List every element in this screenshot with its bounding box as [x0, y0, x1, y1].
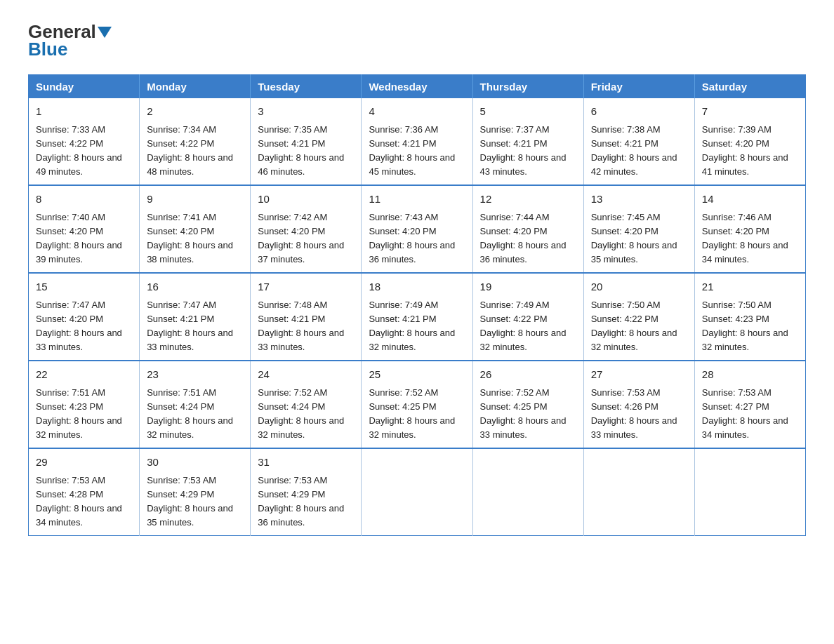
day-info: Sunrise: 7:46 AMSunset: 4:20 PMDaylight:… [702, 210, 798, 267]
calendar-week-row: 29Sunrise: 7:53 AMSunset: 4:28 PMDayligh… [29, 448, 806, 536]
day-info: Sunrise: 7:38 AMSunset: 4:21 PMDaylight:… [591, 123, 687, 180]
day-info: Sunrise: 7:45 AMSunset: 4:20 PMDaylight:… [591, 210, 687, 267]
day-info: Sunrise: 7:41 AMSunset: 4:20 PMDaylight:… [147, 210, 243, 267]
day-number: 13 [591, 192, 687, 208]
calendar-cell: 22Sunrise: 7:51 AMSunset: 4:23 PMDayligh… [29, 361, 140, 448]
calendar-cell: 2Sunrise: 7:34 AMSunset: 4:22 PMDaylight… [140, 98, 251, 185]
calendar-table: SundayMondayTuesdayWednesdayThursdayFrid… [28, 74, 806, 536]
calendar-cell: 3Sunrise: 7:35 AMSunset: 4:21 PMDaylight… [251, 98, 362, 185]
day-number: 15 [36, 279, 132, 295]
day-number: 12 [480, 192, 576, 208]
weekday-header-tuesday: Tuesday [251, 75, 362, 99]
day-info: Sunrise: 7:53 AMSunset: 4:26 PMDaylight:… [591, 386, 687, 443]
calendar-header-row: SundayMondayTuesdayWednesdayThursdayFrid… [29, 75, 806, 99]
day-number: 5 [480, 104, 576, 120]
calendar-cell: 4Sunrise: 7:36 AMSunset: 4:21 PMDaylight… [362, 98, 472, 185]
day-number: 22 [36, 367, 132, 383]
day-info: Sunrise: 7:33 AMSunset: 4:22 PMDaylight:… [36, 123, 132, 180]
calendar-cell: 27Sunrise: 7:53 AMSunset: 4:26 PMDayligh… [583, 361, 694, 448]
calendar-cell: 31Sunrise: 7:53 AMSunset: 4:29 PMDayligh… [251, 448, 362, 536]
calendar-cell: 1Sunrise: 7:33 AMSunset: 4:22 PMDaylight… [29, 98, 140, 185]
calendar-cell: 10Sunrise: 7:42 AMSunset: 4:20 PMDayligh… [251, 185, 362, 273]
day-number: 30 [147, 455, 243, 471]
calendar-cell: 16Sunrise: 7:47 AMSunset: 4:21 PMDayligh… [140, 273, 251, 361]
calendar-cell: 12Sunrise: 7:44 AMSunset: 4:20 PMDayligh… [472, 185, 583, 273]
day-info: Sunrise: 7:44 AMSunset: 4:20 PMDaylight:… [480, 210, 576, 267]
calendar-cell: 24Sunrise: 7:52 AMSunset: 4:24 PMDayligh… [251, 361, 362, 448]
calendar-week-row: 15Sunrise: 7:47 AMSunset: 4:20 PMDayligh… [29, 273, 806, 361]
calendar-cell: 21Sunrise: 7:50 AMSunset: 4:23 PMDayligh… [694, 273, 805, 361]
day-info: Sunrise: 7:42 AMSunset: 4:20 PMDaylight:… [258, 210, 354, 267]
calendar-week-row: 1Sunrise: 7:33 AMSunset: 4:22 PMDaylight… [29, 98, 806, 185]
calendar-cell: 30Sunrise: 7:53 AMSunset: 4:29 PMDayligh… [140, 448, 251, 536]
day-number: 8 [36, 192, 132, 208]
weekday-header-sunday: Sunday [29, 75, 140, 99]
day-info: Sunrise: 7:52 AMSunset: 4:25 PMDaylight:… [369, 386, 465, 443]
day-number: 2 [147, 104, 243, 120]
weekday-header-wednesday: Wednesday [362, 75, 472, 99]
calendar-cell: 7Sunrise: 7:39 AMSunset: 4:20 PMDaylight… [694, 98, 805, 185]
day-info: Sunrise: 7:52 AMSunset: 4:25 PMDaylight:… [480, 386, 576, 443]
day-number: 26 [480, 367, 576, 383]
calendar-cell: 8Sunrise: 7:40 AMSunset: 4:20 PMDaylight… [29, 185, 140, 273]
day-number: 17 [258, 279, 354, 295]
calendar-cell: 11Sunrise: 7:43 AMSunset: 4:20 PMDayligh… [362, 185, 472, 273]
day-info: Sunrise: 7:36 AMSunset: 4:21 PMDaylight:… [369, 123, 465, 180]
day-number: 14 [702, 192, 798, 208]
day-number: 7 [702, 104, 798, 120]
day-info: Sunrise: 7:50 AMSunset: 4:23 PMDaylight:… [702, 298, 798, 355]
day-number: 29 [36, 455, 132, 471]
day-number: 31 [258, 455, 354, 471]
calendar-cell: 19Sunrise: 7:49 AMSunset: 4:22 PMDayligh… [472, 273, 583, 361]
day-number: 3 [258, 104, 354, 120]
day-number: 21 [702, 279, 798, 295]
day-info: Sunrise: 7:37 AMSunset: 4:21 PMDaylight:… [480, 123, 576, 180]
calendar-cell: 5Sunrise: 7:37 AMSunset: 4:21 PMDaylight… [472, 98, 583, 185]
weekday-header-friday: Friday [583, 75, 694, 99]
day-number: 25 [369, 367, 465, 383]
day-number: 20 [591, 279, 687, 295]
calendar-cell: 23Sunrise: 7:51 AMSunset: 4:24 PMDayligh… [140, 361, 251, 448]
calendar-cell [583, 448, 694, 536]
day-number: 16 [147, 279, 243, 295]
day-info: Sunrise: 7:48 AMSunset: 4:21 PMDaylight:… [258, 298, 354, 355]
calendar-cell: 6Sunrise: 7:38 AMSunset: 4:21 PMDaylight… [583, 98, 694, 185]
calendar-cell: 20Sunrise: 7:50 AMSunset: 4:22 PMDayligh… [583, 273, 694, 361]
day-number: 24 [258, 367, 354, 383]
day-number: 9 [147, 192, 243, 208]
logo-triangle-icon [98, 27, 112, 38]
day-info: Sunrise: 7:51 AMSunset: 4:24 PMDaylight:… [147, 386, 243, 443]
weekday-header-saturday: Saturday [694, 75, 805, 99]
day-number: 23 [147, 367, 243, 383]
calendar-cell: 26Sunrise: 7:52 AMSunset: 4:25 PMDayligh… [472, 361, 583, 448]
day-number: 27 [591, 367, 687, 383]
day-info: Sunrise: 7:34 AMSunset: 4:22 PMDaylight:… [147, 123, 243, 180]
day-number: 6 [591, 104, 687, 120]
day-info: Sunrise: 7:52 AMSunset: 4:24 PMDaylight:… [258, 386, 354, 443]
day-info: Sunrise: 7:47 AMSunset: 4:21 PMDaylight:… [147, 298, 243, 355]
day-info: Sunrise: 7:51 AMSunset: 4:23 PMDaylight:… [36, 386, 132, 443]
calendar-cell [694, 448, 805, 536]
day-number: 28 [702, 367, 798, 383]
day-info: Sunrise: 7:49 AMSunset: 4:21 PMDaylight:… [369, 298, 465, 355]
day-number: 11 [369, 192, 465, 208]
calendar-cell: 17Sunrise: 7:48 AMSunset: 4:21 PMDayligh… [251, 273, 362, 361]
day-info: Sunrise: 7:47 AMSunset: 4:20 PMDaylight:… [36, 298, 132, 355]
calendar-cell: 13Sunrise: 7:45 AMSunset: 4:20 PMDayligh… [583, 185, 694, 273]
day-number: 18 [369, 279, 465, 295]
calendar-cell [472, 448, 583, 536]
day-info: Sunrise: 7:53 AMSunset: 4:28 PMDaylight:… [36, 474, 132, 530]
day-number: 1 [36, 104, 132, 120]
calendar-week-row: 22Sunrise: 7:51 AMSunset: 4:23 PMDayligh… [29, 361, 806, 448]
day-info: Sunrise: 7:39 AMSunset: 4:20 PMDaylight:… [702, 123, 798, 180]
weekday-header-monday: Monday [140, 75, 251, 99]
logo-blue-text: Blue [28, 39, 67, 60]
calendar-cell [362, 448, 472, 536]
day-info: Sunrise: 7:53 AMSunset: 4:27 PMDaylight:… [702, 386, 798, 443]
calendar-cell: 9Sunrise: 7:41 AMSunset: 4:20 PMDaylight… [140, 185, 251, 273]
day-number: 4 [369, 104, 465, 120]
calendar-week-row: 8Sunrise: 7:40 AMSunset: 4:20 PMDaylight… [29, 185, 806, 273]
day-info: Sunrise: 7:40 AMSunset: 4:20 PMDaylight:… [36, 210, 132, 267]
day-info: Sunrise: 7:53 AMSunset: 4:29 PMDaylight:… [147, 474, 243, 530]
day-info: Sunrise: 7:35 AMSunset: 4:21 PMDaylight:… [258, 123, 354, 180]
